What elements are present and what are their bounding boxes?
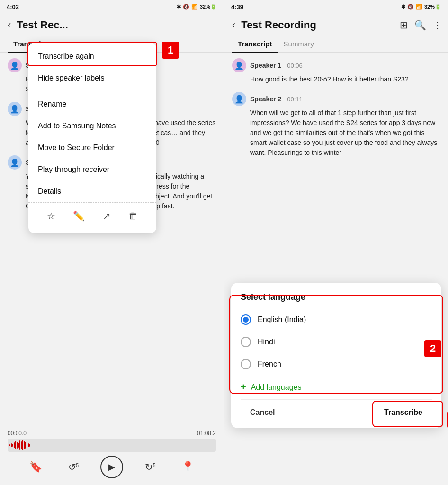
dropdown-menu: Transcribe again Hide speaker labels Ren… [28, 43, 156, 233]
wifi-icon-r: 📶 [416, 4, 422, 10]
radio-french[interactable] [241, 359, 251, 369]
bluetooth-icon: ✱ [177, 4, 181, 10]
wave-bar [29, 444, 30, 447]
radio-english[interactable] [241, 314, 251, 325]
time-start-left: 00:00.0 [8, 430, 27, 437]
back-button-right[interactable]: ‹ [230, 17, 237, 33]
wave-bar [9, 444, 10, 446]
right-panel: 4:39 ✱ 🔇 📶 32%🔋 ‹ Test Recording ⊞ 🔍 ⋮ T… [224, 0, 448, 485]
wave-bar [17, 442, 18, 449]
status-icons-left: ✱ 🔇 📶 32%🔋 [177, 4, 217, 10]
speaker-name-r1: Speaker 1 [250, 62, 281, 69]
time-end-left: 01:08.2 [197, 430, 216, 437]
speaker-row-r2: 👤 Speaker 2 00:11 [232, 92, 440, 106]
wave-bar [15, 441, 16, 449]
wave-bar [18, 443, 19, 448]
share-icon[interactable]: ↗ [100, 207, 114, 225]
lang-label-english: English (India) [258, 315, 306, 324]
tab-summary-right[interactable]: Summary [278, 36, 320, 53]
dialog-actions: Cancel Transcribe [241, 399, 432, 428]
translate-icon[interactable]: ⊞ [400, 19, 408, 31]
star-icon[interactable]: ☆ [44, 207, 58, 225]
battery-icon-r: 32%🔋 [424, 4, 441, 10]
wave-bar [12, 444, 13, 447]
sound-icon: 🔇 [183, 4, 189, 10]
badge-2: 2 [424, 340, 441, 357]
dropdown-divider-1 [28, 91, 156, 91]
dropdown-item-hide-speaker[interactable]: Hide speaker labels [28, 67, 156, 89]
badge-1: 1 [162, 42, 179, 59]
delete-icon[interactable]: 🗑 [125, 207, 141, 225]
wave-bar [21, 441, 22, 449]
lang-label-hindi: Hindi [258, 338, 275, 346]
bluetooth-icon-r: ✱ [401, 4, 405, 10]
dropdown-item-secure-folder[interactable]: Move to Secure Folder [28, 137, 156, 159]
more-icon-right[interactable]: ⋮ [433, 19, 442, 31]
wave-bar [25, 442, 26, 449]
lang-dialog-title: Select language [241, 292, 432, 302]
marker-button-left[interactable]: 📍 [177, 457, 198, 477]
avatar-2: 👤 [8, 102, 22, 116]
status-time-left: 4:02 [7, 3, 19, 10]
wave-bar [14, 442, 15, 448]
forward-button-left[interactable]: ↻5 [140, 457, 161, 477]
avatar-3: 👤 [8, 155, 22, 170]
audio-player-left: 00:00.0 01:08.2 🔖 ↺5 ▶ ↻5 📍 [0, 426, 224, 485]
wave-bar [19, 440, 20, 450]
speaker-time-r2: 00:11 [287, 96, 303, 103]
radio-dot-english [243, 317, 249, 323]
transcript-text-r1: How good is the best 20%? How is it bett… [250, 74, 440, 84]
header-icons-right: ⊞ 🔍 ⋮ [400, 19, 442, 31]
dropdown-item-rename[interactable]: Rename [28, 93, 156, 115]
app-header-left: ‹ Test Rec... [0, 13, 224, 33]
avatar-r1: 👤 [232, 58, 246, 72]
dropdown-item-transcribe-again[interactable]: Transcribe again [28, 45, 156, 67]
status-bar-right: 4:39 ✱ 🔇 📶 32%🔋 [224, 0, 448, 13]
wave-bar [22, 440, 23, 450]
lang-option-hindi[interactable]: Hindi [241, 331, 432, 353]
status-time-right: 4:39 [231, 3, 243, 10]
rewind-button-left[interactable]: ↺5 [63, 457, 84, 477]
search-icon-right[interactable]: 🔍 [414, 19, 426, 31]
left-panel: 4:02 ✱ 🔇 📶 32%🔋 ‹ Test Rec... Transcript… [0, 0, 224, 485]
page-title-left: Test Rec... [17, 19, 218, 31]
dropdown-item-samsung-notes[interactable]: Add to Samsung Notes [28, 115, 156, 137]
back-button-left[interactable]: ‹ [6, 17, 13, 33]
dropdown-item-play-receiver[interactable]: Play through receiver [28, 159, 156, 180]
player-controls-left: 🔖 ↺5 ▶ ↻5 📍 [8, 452, 216, 483]
speaker-time-r1: 00:06 [287, 62, 303, 69]
tabs-right: Transcript Summary [224, 36, 448, 53]
battery-icon: 32%🔋 [200, 4, 217, 10]
sound-icon-r: 🔇 [407, 4, 414, 10]
transcribe-button[interactable]: Transcribe [375, 404, 432, 421]
time-row-left: 00:00.0 01:08.2 [8, 430, 216, 437]
tab-transcript-right[interactable]: Transcript [232, 36, 278, 53]
speaker-block-r1: 👤 Speaker 1 00:06 How good is the best 2… [232, 58, 440, 84]
lang-dialog: Select language English (India) Hindi Fr… [231, 283, 441, 428]
wifi-icon: 📶 [191, 4, 198, 10]
lang-option-french[interactable]: French [241, 353, 432, 375]
avatar-r2: 👤 [232, 92, 246, 106]
status-icons-right: ✱ 🔇 📶 32%🔋 [401, 4, 441, 10]
lang-option-english[interactable]: English (India) [241, 309, 432, 331]
status-bar-left: 4:02 ✱ 🔇 📶 32%🔋 [0, 0, 224, 13]
cancel-button[interactable]: Cancel [241, 404, 284, 421]
dropdown-item-details[interactable]: Details [28, 180, 156, 202]
speaker-name-r2: Speaker 2 [250, 95, 281, 103]
radio-hindi[interactable] [241, 337, 251, 347]
bookmark-button-left[interactable]: 🔖 [26, 457, 46, 477]
wave-bar [24, 441, 25, 449]
play-button-left[interactable]: ▶ [100, 456, 123, 478]
page-title-right: Test Recording [241, 19, 396, 31]
add-languages-row[interactable]: + Add languages [241, 375, 432, 397]
wave-bar [27, 443, 27, 448]
dropdown-icon-row: ☆ ✏️ ↗ 🗑 [28, 202, 156, 230]
lang-label-french: French [258, 360, 281, 368]
add-languages-label: Add languages [251, 383, 302, 392]
speaker-row-r1: 👤 Speaker 1 00:06 [232, 58, 440, 72]
transcript-text-r2: When will we get to all of that 1 step f… [250, 108, 440, 158]
app-header-right: ‹ Test Recording ⊞ 🔍 ⋮ [224, 13, 448, 33]
wave-bar [11, 443, 12, 447]
avatar-1: 👤 [8, 58, 22, 72]
edit-icon[interactable]: ✏️ [70, 207, 88, 225]
